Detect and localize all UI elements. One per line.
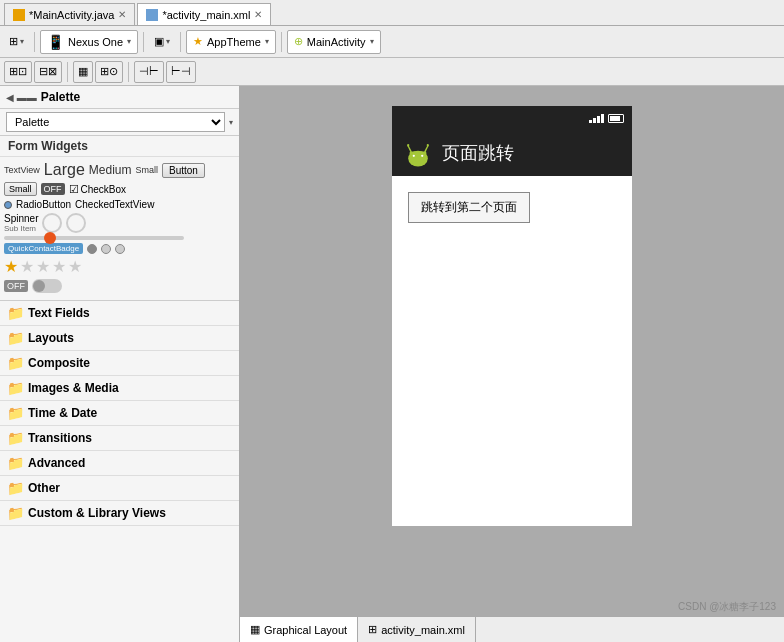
sidebar-item-images-media[interactable]: 📁 Images & Media — [0, 376, 239, 401]
sidebar-item-text-fields[interactable]: 📁 Text Fields — [0, 301, 239, 326]
textview-label[interactable]: TextView — [4, 165, 40, 175]
large-text[interactable]: Large — [44, 161, 85, 179]
graphical-layout-icon: ▦ — [250, 623, 260, 636]
tab-graphical-layout[interactable]: ▦ Graphical Layout — [240, 617, 358, 642]
nexus-device-dropdown[interactable]: 📱 Nexus One ▾ — [40, 30, 138, 54]
tab-main-java[interactable]: *MainActivity.java ✕ — [4, 3, 135, 25]
tab-java-label: *MainActivity.java — [29, 9, 114, 21]
small-text[interactable]: Small — [135, 165, 158, 175]
quickcontact-badge[interactable]: QuickContactBadge — [4, 243, 83, 254]
badge-row: QuickContactBadge — [4, 243, 235, 254]
design-canvas: 页面跳转 跳转到第二个页面 ▦ Graphical Layout ⊞ activ… — [240, 86, 784, 642]
preview-config-btn[interactable]: ⊢⊣ — [166, 61, 196, 83]
sidebar-item-composite[interactable]: 📁 Composite — [0, 351, 239, 376]
button-widget[interactable]: Button — [162, 163, 205, 178]
medium-text[interactable]: Medium — [89, 163, 132, 177]
palette-categories: 📁 Text Fields 📁 Layouts 📁 Composite 📁 Im… — [0, 301, 239, 642]
sidebar-item-time-date[interactable]: 📁 Time & Date — [0, 401, 239, 426]
switch-thumb — [33, 280, 45, 292]
phone-status-bar — [392, 106, 632, 130]
star-2[interactable]: ★ — [20, 257, 34, 276]
layouts-folder-icon: 📁 — [8, 332, 22, 344]
zoom-fit-btn[interactable]: ⊞⊡ — [4, 61, 32, 83]
advanced-label: Advanced — [28, 456, 85, 470]
sidebar-item-advanced[interactable]: 📁 Advanced — [0, 451, 239, 476]
transitions-label: Transitions — [28, 431, 92, 445]
preview-layout-icon: ⊣⊢ — [139, 65, 159, 78]
spinner-label: Spinner — [4, 213, 38, 224]
apptheme-label: AppTheme — [207, 36, 261, 48]
snap-margin-icon: ⊞⊙ — [100, 65, 118, 78]
palette-collapse-btn[interactable]: ◀ ▬▬ — [6, 92, 37, 103]
apptheme-dropdown-arrow: ▾ — [265, 37, 269, 46]
tab-xml-close[interactable]: ✕ — [254, 9, 262, 20]
graphical-layout-label: Graphical Layout — [264, 624, 347, 636]
spinner-widget[interactable]: Spinner Sub Item — [4, 213, 38, 233]
spinner-circle-2 — [66, 213, 86, 233]
spinner-row: Spinner Sub Item — [4, 213, 235, 233]
apptheme-dropdown[interactable]: ★ AppTheme ▾ — [186, 30, 276, 54]
sidebar-item-custom-library[interactable]: 📁 Custom & Library Views — [0, 501, 239, 526]
palette-select-arrow: ▾ — [229, 118, 233, 127]
custom-library-label: Custom & Library Views — [28, 506, 166, 520]
radio-widget[interactable] — [4, 201, 12, 209]
svg-rect-1 — [410, 152, 427, 162]
tab-activity-xml[interactable]: *activity_main.xml ✕ — [137, 3, 271, 25]
star-5[interactable]: ★ — [68, 257, 82, 276]
radio-circle-2[interactable] — [101, 244, 111, 254]
radio-circle-1[interactable] — [87, 244, 97, 254]
tab-activity-xml-bottom[interactable]: ⊞ activity_main.xml — [358, 617, 476, 642]
radiobutton-label[interactable]: RadioButton — [16, 199, 71, 210]
phone-frame: 页面跳转 跳转到第二个页面 — [392, 106, 632, 526]
bottom-tab-bar: ▦ Graphical Layout ⊞ activity_main.xml — [240, 616, 784, 642]
composite-folder-icon: 📁 — [8, 357, 22, 369]
snap-margin-btn[interactable]: ⊞⊙ — [95, 61, 123, 83]
textview-row: TextView Large Medium Small Button — [4, 161, 235, 179]
star-1[interactable]: ★ — [4, 257, 18, 276]
star-3[interactable]: ★ — [36, 257, 50, 276]
seekbar-thumb — [44, 232, 56, 244]
palette-dropdown-row: Palette ▾ — [0, 109, 239, 136]
star-4[interactable]: ★ — [52, 257, 66, 276]
radio-circle-3[interactable] — [115, 244, 125, 254]
mainactivity-dropdown[interactable]: ⊕ MainActivity ▾ — [287, 30, 381, 54]
off-toggle-widget[interactable]: OFF — [41, 183, 65, 195]
svg-point-3 — [421, 155, 423, 157]
custom-library-folder-icon: 📁 — [8, 507, 22, 519]
app-title: 页面跳转 — [442, 141, 514, 165]
toolbar2-sep-1 — [67, 62, 68, 82]
toolbar-sep-4 — [281, 32, 282, 52]
seekbar-widget[interactable] — [4, 236, 184, 240]
tablet-btn[interactable]: ▣ ▾ — [149, 30, 175, 54]
stars-row: ★ ★ ★ ★ ★ — [4, 257, 235, 276]
activity-xml-label: activity_main.xml — [381, 624, 465, 636]
images-media-label: Images & Media — [28, 381, 119, 395]
layout-icon: ⊞ — [9, 35, 18, 48]
small-btn-widget[interactable]: Small — [4, 182, 37, 196]
zoom-actual-btn[interactable]: ⊟⊠ — [34, 61, 62, 83]
mainactivity-dropdown-arrow: ▾ — [370, 37, 374, 46]
layout-dropdown-arrow: ▾ — [20, 37, 24, 46]
switch-off-label[interactable]: OFF — [4, 280, 28, 292]
spinner-sub-label: Sub Item — [4, 224, 38, 233]
sidebar-item-other[interactable]: 📁 Other — [0, 476, 239, 501]
text-fields-label: Text Fields — [28, 306, 90, 320]
sidebar-item-transitions[interactable]: 📁 Transitions — [0, 426, 239, 451]
checkedtextview-label[interactable]: CheckedTextView — [75, 199, 154, 210]
sidebar-item-layouts[interactable]: 📁 Layouts — [0, 326, 239, 351]
toolbar-sep-1 — [34, 32, 35, 52]
java-file-icon — [13, 9, 25, 21]
jump-button-widget[interactable]: 跳转到第二个页面 — [408, 192, 530, 223]
preview-layout-btn[interactable]: ⊣⊢ — [134, 61, 164, 83]
palette-category-select[interactable]: Palette — [6, 112, 225, 132]
zoom-fit-icon: ⊞⊡ — [9, 65, 27, 78]
radio-row: RadioButton CheckedTextView — [4, 199, 235, 210]
layout-toggle-btn[interactable]: ⊞ ▾ — [4, 30, 29, 54]
checkbox-widget[interactable]: ☑ CheckBox — [69, 183, 127, 196]
secondary-toolbar: ⊞⊡ ⊟⊠ ▦ ⊞⊙ ⊣⊢ ⊢⊣ — [0, 58, 784, 86]
tab-java-close[interactable]: ✕ — [118, 9, 126, 20]
svg-point-5 — [427, 144, 429, 146]
switch-track[interactable] — [32, 279, 62, 293]
android-activity-icon: ⊕ — [294, 35, 303, 48]
snap-grid-btn[interactable]: ▦ — [73, 61, 93, 83]
